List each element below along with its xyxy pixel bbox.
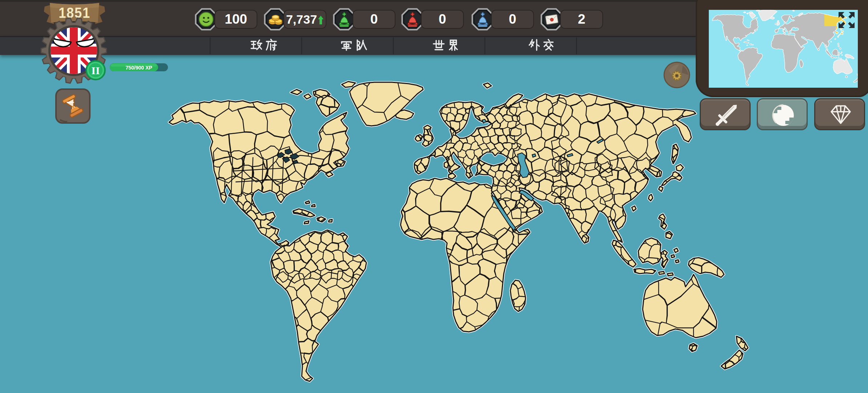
svg-text:750/900 XP: 750/900 XP — [125, 65, 152, 71]
svg-text:II: II — [91, 64, 100, 76]
